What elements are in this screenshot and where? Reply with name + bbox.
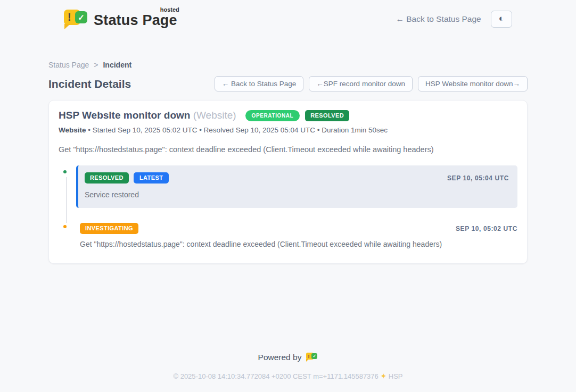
incident-title: HSP Website monitor down (Website) bbox=[59, 110, 236, 121]
logo-text: hosted Status Page bbox=[94, 10, 177, 29]
timeline-entry-content: RESOLVED LATEST SEP 10, 05:04 UTC Servic… bbox=[76, 165, 517, 208]
top-bar: ! ✓ hosted Status Page ← Back to Status … bbox=[0, 0, 576, 31]
incident-title-row: HSP Website monitor down (Website) OPERA… bbox=[59, 110, 517, 121]
checkmark-icon: ✓ bbox=[75, 11, 87, 23]
check-glyph: ✓ bbox=[78, 13, 85, 22]
incident-details-card: HSP Website monitor down (Website) OPERA… bbox=[48, 100, 528, 264]
copyright-line: © 2025-10-08 14:10:34.772084 +0200 CEST … bbox=[0, 372, 576, 380]
incident-description: Get "https://hostedstatus.page": context… bbox=[59, 145, 517, 154]
update-message: Get "https://hostedstatus.page": context… bbox=[80, 240, 517, 248]
breadcrumb-status-page-link[interactable]: Status Page bbox=[48, 61, 89, 69]
latest-update-box: RESOLVED LATEST SEP 10, 05:04 UTC Servic… bbox=[76, 165, 517, 208]
header-back-to-status-page-link[interactable]: ← Back to Status Page bbox=[396, 14, 481, 24]
page-title: Incident Details bbox=[48, 78, 131, 90]
incident-nav-buttons: ← Back to Status Page ←SPF record monito… bbox=[215, 76, 528, 91]
statuspage-mini-logo-icon[interactable]: ! ✓ bbox=[306, 352, 318, 363]
incident-status-badges: OPERATIONAL RESOLVED bbox=[245, 110, 350, 121]
resolved-update-badge: RESOLVED bbox=[85, 172, 129, 184]
breadcrumb-separator: > bbox=[94, 61, 98, 69]
logo-superscript: hosted bbox=[160, 6, 179, 13]
timeline-entry-resolved: RESOLVED LATEST SEP 10, 05:04 UTC Servic… bbox=[59, 165, 517, 208]
latest-update-badge: LATEST bbox=[134, 172, 169, 184]
resolved-timeline-dot-icon bbox=[62, 169, 68, 175]
checkmark-icon: ✓ bbox=[311, 353, 317, 359]
timeline-entry-content: INVESTIGATING SEP 10, 05:02 UTC Get "htt… bbox=[76, 223, 517, 248]
logo-brand-name: Status Page bbox=[94, 12, 177, 28]
incident-name: HSP Website monitor down bbox=[59, 110, 190, 121]
incident-meta-component: Website bbox=[59, 126, 86, 134]
check-glyph: ✓ bbox=[313, 354, 317, 358]
incident-component: (Website) bbox=[193, 110, 236, 121]
sparkles-icon: ✦ bbox=[380, 372, 386, 380]
main-content: Status Page > Incident Incident Details … bbox=[48, 61, 528, 264]
resolved-status-badge: RESOLVED bbox=[305, 110, 349, 121]
incident-meta: Website • Started Sep 10, 2025 05:02 UTC… bbox=[59, 126, 517, 134]
next-incident-button[interactable]: HSP Website monitor down→ bbox=[418, 76, 528, 91]
copyright-text: © 2025-10-08 14:10:34.772084 +0200 CEST … bbox=[173, 372, 378, 380]
update-badges: INVESTIGATING bbox=[80, 223, 138, 234]
page-footer: Powered by ! ✓ © 2025-10-08 14:10:34.772… bbox=[0, 352, 576, 392]
powered-by-label: Powered by bbox=[258, 353, 302, 362]
timeline-entry-investigating: INVESTIGATING SEP 10, 05:02 UTC Get "htt… bbox=[59, 223, 517, 248]
incident-timeline: RESOLVED LATEST SEP 10, 05:04 UTC Servic… bbox=[59, 165, 517, 248]
previous-incident-button[interactable]: ←SPF record monitor down bbox=[309, 76, 413, 91]
exclamation-glyph: ! bbox=[68, 11, 71, 23]
update-timestamp: SEP 10, 05:02 UTC bbox=[456, 225, 517, 232]
update-timestamp: SEP 10, 05:04 UTC bbox=[447, 174, 509, 182]
powered-by-row: Powered by ! ✓ bbox=[0, 352, 576, 363]
breadcrumb-current-incident: Incident bbox=[103, 61, 131, 69]
incident-meta-details: • Started Sep 10, 2025 05:02 UTC • Resol… bbox=[88, 126, 388, 134]
timeline-dot-column bbox=[59, 223, 76, 230]
footer-brand-short: HSP bbox=[389, 372, 403, 380]
update-message: Service restored bbox=[85, 190, 509, 199]
investigating-update-badge: INVESTIGATING bbox=[80, 223, 138, 234]
statuspage-logo-icon: ! ✓ bbox=[63, 7, 88, 31]
statuspage-logo[interactable]: ! ✓ hosted Status Page bbox=[63, 7, 177, 31]
investigating-timeline-dot-icon bbox=[62, 223, 68, 230]
half-circle-contrast-icon: ◐ bbox=[499, 13, 504, 23]
back-to-status-page-button[interactable]: ← Back to Status Page bbox=[215, 76, 304, 91]
breadcrumb: Status Page > Incident bbox=[48, 61, 528, 69]
status-page-app: ! ✓ hosted Status Page ← Back to Status … bbox=[0, 0, 576, 392]
update-header: RESOLVED LATEST SEP 10, 05:04 UTC bbox=[85, 172, 509, 184]
theme-toggle-button[interactable]: ◐ bbox=[491, 11, 512, 28]
top-bar-actions: ← Back to Status Page ◐ bbox=[396, 11, 512, 28]
title-row: Incident Details ← Back to Status Page ←… bbox=[48, 76, 528, 91]
update-header: INVESTIGATING SEP 10, 05:02 UTC bbox=[80, 223, 517, 234]
exclamation-glyph: ! bbox=[308, 354, 309, 359]
update-badges: RESOLVED LATEST bbox=[85, 172, 169, 184]
operational-status-badge: OPERATIONAL bbox=[245, 110, 300, 121]
timeline-dot-column bbox=[59, 165, 76, 175]
